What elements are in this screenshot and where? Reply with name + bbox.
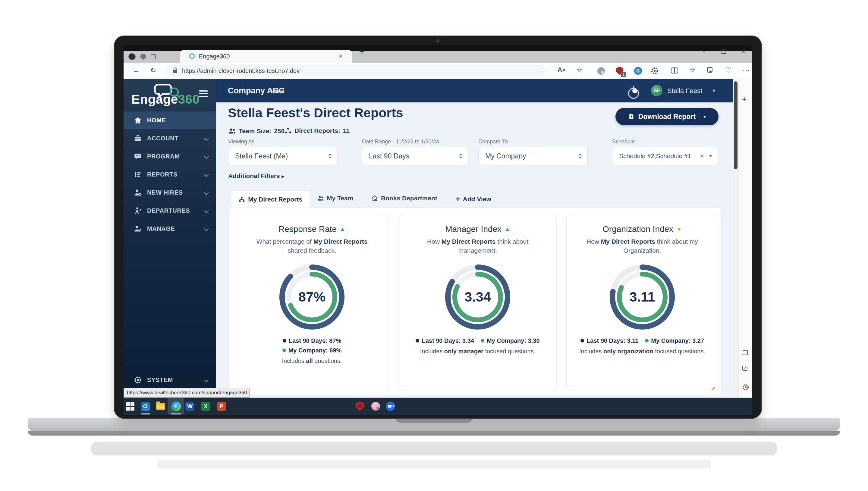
legend-dot-green: [645, 339, 649, 343]
dashboard-page: Stella Feest's Direct Reports Team Size:…: [216, 103, 733, 398]
legend-dot-green: [282, 348, 286, 352]
card-title: Organization Index: [603, 224, 673, 234]
compare-to-label: Compare To: [478, 139, 508, 145]
excel-icon[interactable]: X: [201, 402, 210, 411]
direct-reports-value: 11: [343, 127, 349, 134]
tab-actions-icon[interactable]: [151, 54, 156, 59]
trend-up-icon: ▲: [340, 226, 345, 233]
sidebar-item-new-hires[interactable]: NEW HIRES: [123, 184, 216, 201]
zoom-app-icon[interactable]: [386, 402, 395, 411]
schedule-multiselect[interactable]: Schedule #2,Schedule #1 ×: [612, 147, 718, 165]
outlook-icon[interactable]: O: [141, 402, 150, 411]
donut-value: 3.11: [606, 261, 678, 333]
window-minimize-button[interactable]: –: [702, 47, 705, 55]
navbar-home-link[interactable]: Home: [268, 88, 284, 95]
page-title: Stella Feest's Direct Reports: [228, 106, 403, 120]
sidebar-item-manage[interactable]: MANAGE: [123, 220, 216, 237]
edge-browser-icon[interactable]: [171, 402, 181, 411]
powerpoint-icon[interactable]: P: [217, 402, 226, 411]
mouse-cursor: [628, 88, 639, 99]
engage360-wordmark: Engage360: [132, 92, 199, 107]
laptop-base-edge: [28, 431, 840, 436]
open-external-icon[interactable]: ↗: [742, 366, 748, 371]
select-arrows-icon: [459, 153, 463, 159]
chat-icon: [134, 152, 142, 161]
card-title: Manager Index: [445, 224, 502, 234]
running-indicator: [171, 413, 181, 414]
collections-icon[interactable]: [707, 67, 712, 73]
date-range-select[interactable]: Last 90 Days: [362, 147, 468, 165]
tab-close-icon[interactable]: ×: [339, 52, 343, 60]
favorite-star-icon[interactable]: ☆: [576, 66, 583, 75]
trend-up-icon: ▲: [505, 226, 510, 233]
chart-legend: Last 90 Days: 3.34 My Company: 3.30: [416, 337, 539, 344]
sidebar-item-reports[interactable]: REPORTS: [123, 166, 216, 183]
chevron-down-icon: [204, 226, 209, 231]
browser-toolbar: ← ↻ https://admin-clever-rodent.k8s-test…: [123, 63, 752, 79]
paint-app-icon[interactable]: [371, 402, 380, 411]
window-close-button[interactable]: ×: [741, 47, 746, 55]
start-button-icon[interactable]: [126, 402, 134, 411]
download-caret-icon[interactable]: ▾: [703, 114, 706, 120]
chevron-down-icon: [204, 208, 209, 213]
extension-badge: 1: [621, 72, 626, 77]
direct-reports-label: Direct Reports:: [295, 127, 340, 134]
split-screen-icon[interactable]: [671, 67, 678, 74]
tab-my-team[interactable]: My Team: [317, 195, 353, 202]
user-menu-caret-icon[interactable]: ▾: [712, 87, 715, 94]
browser-security-icon[interactable]: [140, 54, 146, 60]
copilot-panel-icon[interactable]: [743, 350, 748, 355]
url-text[interactable]: https://admin-clever-rodent.k8s-test.no7…: [182, 67, 300, 75]
back-icon[interactable]: ←: [133, 66, 140, 75]
clear-selection-icon[interactable]: ×: [700, 152, 704, 160]
favorites-bar-icon[interactable]: ☆: [689, 66, 696, 75]
sitemap-icon: [239, 196, 245, 203]
engage360-favicon: [189, 53, 195, 59]
gear-icon: [134, 376, 142, 384]
read-aloud-icon[interactable]: A»: [558, 66, 566, 73]
scrollbar-thumb[interactable]: [734, 81, 737, 169]
engage360-app: Engage360 HOME ACCOUNT PROGRAM REPORTS: [123, 79, 752, 398]
refresh-icon[interactable]: ↻: [150, 66, 156, 75]
team-size-label: Team Size:: [239, 127, 271, 135]
more-menu-icon[interactable]: ⋯: [743, 66, 750, 75]
additional-filters-toggle[interactable]: Additional Filters▸: [228, 172, 284, 179]
hamburger-menu-icon[interactable]: [199, 90, 208, 97]
browser-profile-avatar[interactable]: [129, 53, 136, 60]
extension-globe-icon[interactable]: [597, 67, 605, 75]
browser-tab-engage360[interactable]: Engage360 ×: [180, 50, 352, 63]
person-walking-icon: [134, 207, 142, 215]
sidebar-add-icon[interactable]: +: [742, 94, 747, 104]
word-icon[interactable]: W: [185, 402, 194, 411]
tab-books-department[interactable]: Books Department: [371, 195, 437, 202]
tab-my-direct-reports[interactable]: My Direct Reports: [230, 191, 310, 208]
laptop-base-notch: [395, 418, 473, 423]
sidebar-item-departures[interactable]: DEPARTURES: [123, 202, 216, 219]
card-title: Response Rate: [279, 224, 337, 234]
window-maximize-button[interactable]: □: [722, 47, 726, 55]
extension-blue-icon[interactable]: [634, 67, 642, 75]
caret-down-icon: [709, 155, 712, 157]
card-note: Includes all questions.: [247, 357, 377, 365]
security-app-icon[interactable]: [356, 402, 364, 411]
tab-add-view[interactable]: + Add View: [456, 195, 491, 203]
user-name[interactable]: Stella Feest: [667, 87, 702, 95]
browser-essentials-icon[interactable]: ♡: [725, 66, 732, 75]
address-bar[interactable]: https://admin-clever-rodent.k8s-test.no7…: [165, 65, 545, 76]
sidebar-item-program[interactable]: PROGRAM: [123, 148, 216, 165]
extensions-icon[interactable]: [650, 66, 659, 75]
app-top-navbar: Company ABC Home SF Stella Feest ▾: [216, 79, 733, 103]
sidebar-item-home[interactable]: HOME: [123, 112, 216, 129]
file-download-icon: [628, 113, 635, 120]
card-note: Includes only organization focused quest…: [577, 347, 707, 355]
sidebar-item-account[interactable]: ACCOUNT: [123, 129, 216, 147]
legend-dot-navy: [283, 339, 286, 343]
viewing-as-select[interactable]: Stella Feest (Me): [228, 147, 338, 165]
compare-to-select[interactable]: My Company: [478, 147, 588, 165]
sidebar-item-system[interactable]: SYSTEM: [123, 371, 216, 388]
sidebar-settings-gear-icon[interactable]: [742, 384, 749, 391]
download-report-button[interactable]: Download Report ▾: [615, 108, 719, 125]
user-avatar[interactable]: SF: [651, 85, 663, 96]
new-tab-button[interactable]: +: [359, 47, 365, 57]
file-explorer-icon[interactable]: [156, 403, 165, 410]
